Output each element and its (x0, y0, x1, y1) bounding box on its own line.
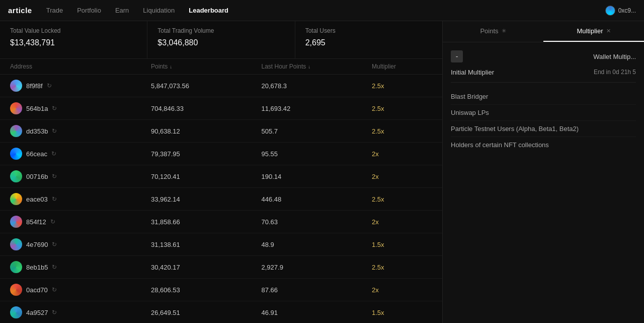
address-text: 8eb1b5 (26, 264, 48, 271)
multiplier-value: 2x (372, 286, 432, 294)
points-value: 90,638.12 (151, 127, 262, 135)
points-value: 33,962.14 (151, 196, 262, 203)
table-row: 00716b ↻ 70,120.41 190.14 2x (0, 165, 442, 188)
sort-icon: ↓ (170, 64, 172, 70)
refresh-icon[interactable]: ↻ (52, 127, 57, 135)
address-cell: eace03 ↻ (10, 193, 151, 205)
points-value: 70,120.41 (151, 173, 262, 180)
multiplier-header: - Wallet Multip... (451, 50, 636, 62)
address-text: 564b1a (26, 105, 48, 112)
col-header-points[interactable]: Points ↓ (151, 63, 262, 70)
refresh-icon[interactable]: ↻ (52, 309, 57, 316)
address-cell: 564b1a ↻ (10, 102, 151, 114)
address-cell: 4e7690 ↻ (10, 238, 151, 250)
multiplier-value: 2.5x (372, 196, 432, 203)
address-cell: 8eb1b5 ↻ (10, 261, 151, 273)
tab-multiplier[interactable]: Multiplier ✕ (543, 21, 644, 42)
col-header-address: Address (10, 63, 151, 70)
refresh-icon[interactable]: ↻ (50, 218, 55, 225)
nav-trade[interactable]: Trade (46, 5, 63, 16)
multiplier-item: Particle Testnet Users (Alpha, Beta1, Be… (451, 121, 636, 137)
multiplier-item: Uniswap LPs (451, 105, 636, 121)
last-hour-value: 20,678.3 (262, 82, 372, 90)
multiplier-value: 2.5x (372, 82, 432, 90)
address-cell: dd353b ↻ (10, 125, 151, 137)
table-row: 8f9f8f ↻ 5,847,073.56 20,678.3 2.5x (0, 75, 442, 97)
avatar (10, 80, 22, 92)
minus-button[interactable]: - (451, 50, 463, 62)
address-cell: 4a9527 ↻ (10, 306, 151, 318)
avatar (10, 170, 22, 182)
refresh-icon[interactable]: ↻ (52, 241, 57, 248)
table-row: 66ceac ↻ 79,387.95 95.55 2x (0, 143, 442, 165)
avatar (10, 148, 22, 160)
tab-points-label: Points (480, 27, 498, 35)
end-time-label: End in 0d 21h 5 (594, 69, 636, 76)
col-header-last-hour[interactable]: Last Hour Points ↓ (262, 63, 372, 70)
table-row: eace03 ↻ 33,962.14 446.48 2.5x (0, 188, 442, 211)
nav-leaderboard[interactable]: Leaderboard (189, 5, 228, 16)
tab-points[interactable]: Points ✳ (443, 21, 543, 42)
avatar (10, 284, 22, 296)
address-text: 4a9527 (26, 309, 48, 316)
last-hour-value: 95.55 (262, 150, 372, 158)
main-layout: Total Value Locked $13,438,791 Total Tra… (0, 21, 644, 323)
multiplier-value: 2x (372, 150, 432, 158)
table-row: dd353b ↻ 90,638.12 505.7 2.5x (0, 120, 442, 143)
multiplier-value: 2.5x (372, 105, 432, 112)
avatar (10, 216, 22, 228)
multiplier-list: Blast BridgerUniswap LPsParticle Testnet… (451, 89, 636, 153)
multiplier-value: 2x (372, 173, 432, 180)
address-text: dd353b (26, 127, 48, 135)
points-value: 26,649.51 (151, 309, 262, 316)
right-panel: Points ✳ Multiplier ✕ - Wallet Multip...… (443, 21, 644, 323)
nav-earn[interactable]: Earn (115, 5, 129, 16)
table-row: 4a9527 ↻ 26,649.51 46.91 1.5x (0, 301, 442, 323)
refresh-icon[interactable]: ↻ (52, 105, 57, 112)
refresh-icon[interactable]: ↻ (52, 196, 57, 203)
refresh-icon[interactable]: ↻ (47, 82, 52, 89)
nav-liquidation[interactable]: Liquidation (143, 5, 175, 16)
refresh-icon[interactable]: ↻ (52, 173, 57, 180)
table-body: 8f9f8f ↻ 5,847,073.56 20,678.3 2.5x 564b… (0, 75, 442, 323)
address-cell: 8f9f8f ↻ (10, 80, 151, 92)
last-hour-value: 11,693.42 (262, 105, 372, 112)
nav-portfolio[interactable]: Portfolio (77, 5, 101, 16)
multiplier-close-icon[interactable]: ✕ (606, 28, 611, 34)
points-value: 704,846.33 (151, 105, 262, 112)
points-value: 5,847,073.56 (151, 82, 262, 90)
table-row: 4e7690 ↻ 31,138.61 48.9 1.5x (0, 233, 442, 256)
last-hour-value: 87.66 (262, 286, 372, 294)
multiplier-info-row: Initial Multiplier End in 0d 21h 5 (451, 69, 636, 83)
last-hour-value: 505.7 (262, 127, 372, 135)
stat-users-value: 2,695 (305, 38, 432, 47)
stat-users-label: Total Users (305, 27, 432, 34)
multiplier-value: 1.5x (372, 309, 432, 316)
refresh-icon[interactable]: ↻ (52, 286, 57, 293)
tab-multiplier-label: Multiplier (577, 27, 603, 35)
points-value: 31,858.66 (151, 218, 262, 226)
address-text: 0acd70 (26, 286, 48, 294)
points-value: 28,606.53 (151, 286, 262, 294)
refresh-icon[interactable]: ↻ (51, 150, 56, 157)
wallet-button[interactable]: 0xc9... (605, 6, 636, 16)
refresh-icon[interactable]: ↻ (52, 264, 57, 271)
multiplier-item: Blast Bridger (451, 89, 636, 105)
last-hour-value: 48.9 (262, 241, 372, 248)
initial-multiplier-label: Initial Multiplier (451, 69, 494, 76)
sort-last-hour-icon: ↓ (308, 64, 310, 70)
right-tabs: Points ✳ Multiplier ✕ (443, 21, 644, 42)
stat-tvl: Total Value Locked $13,438,791 (0, 21, 147, 58)
left-panel: Total Value Locked $13,438,791 Total Tra… (0, 21, 443, 323)
logo: article (8, 6, 32, 15)
col-header-multiplier: Multiplier (372, 63, 432, 70)
wallet-globe-icon (605, 6, 615, 16)
wallet-multiplier-label: Wallet Multip... (593, 53, 636, 60)
stat-volume-value: $3,046,880 (157, 38, 284, 47)
points-spin-icon: ✳ (502, 28, 506, 34)
avatar (10, 125, 22, 137)
stat-tvl-value: $13,438,791 (10, 38, 137, 47)
table-row: 8eb1b5 ↻ 30,420.17 2,927.9 2.5x (0, 256, 442, 279)
points-value: 79,387.95 (151, 150, 262, 158)
navbar: article Trade Portfolio Earn Liquidation… (0, 0, 644, 21)
